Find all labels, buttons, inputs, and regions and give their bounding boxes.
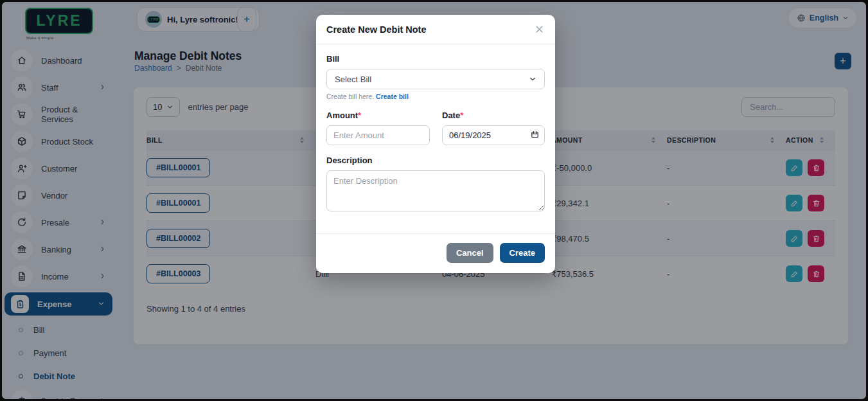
description-field-label: Description xyxy=(326,156,545,165)
bill-field-label: Bill xyxy=(326,54,545,64)
amount-field-label: Amount* xyxy=(326,111,430,120)
description-textarea[interactable] xyxy=(326,170,545,211)
cancel-button[interactable]: Cancel xyxy=(447,243,493,263)
modal-title: Create New Debit Note xyxy=(326,24,427,35)
app-window: LYRE Make it simple LYRE Hi, Lyre softro… xyxy=(0,0,868,401)
chevron-down-icon xyxy=(529,75,536,83)
create-bill-link[interactable]: Create bill xyxy=(376,93,409,100)
create-debit-note-modal: Create New Debit Note Bill Select Bill C… xyxy=(316,15,555,273)
amount-input[interactable] xyxy=(326,125,430,145)
required-asterisk: * xyxy=(358,111,361,120)
date-input[interactable] xyxy=(442,125,545,145)
create-button[interactable]: Create xyxy=(500,243,545,263)
bill-helper-text: Create bill here. Create bill xyxy=(326,93,545,100)
bill-select[interactable]: Select Bill xyxy=(326,69,545,89)
close-icon[interactable] xyxy=(534,24,545,35)
required-asterisk: * xyxy=(460,111,463,120)
date-field-label: Date* xyxy=(442,111,545,120)
